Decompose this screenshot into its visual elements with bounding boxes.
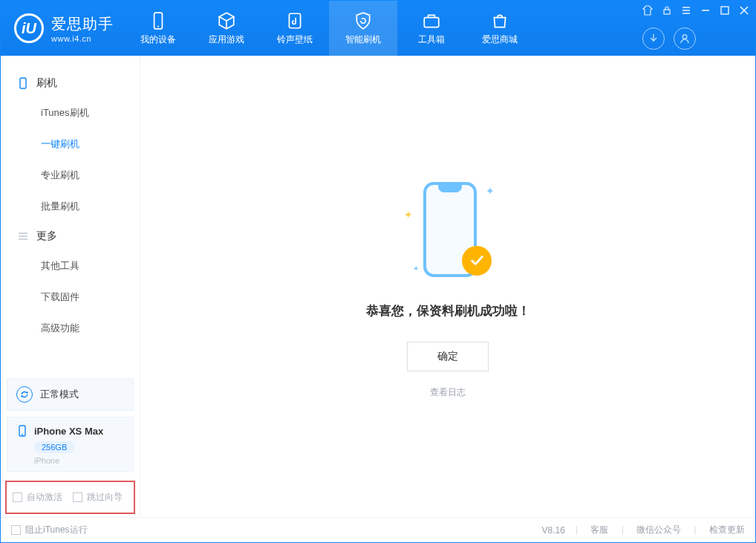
tab-label: 工具箱 — [418, 33, 445, 46]
svg-point-9 — [21, 395, 22, 397]
cube-icon — [217, 11, 236, 30]
ok-button[interactable]: 确定 — [407, 342, 489, 371]
tab-smart-flash[interactable]: 智能刷机 — [329, 1, 397, 56]
body: 刷机 iTunes刷机 一键刷机 专业刷机 批量刷机 更多 其他工具 下载固件 … — [1, 56, 755, 517]
brand-logo: iU 爱思助手 www.i4.cn — [1, 1, 124, 56]
checkbox-icon — [11, 525, 21, 535]
sidebar-heading-more: 更多 — [1, 222, 140, 250]
checkbox-label: 跳过向导 — [87, 491, 123, 504]
svg-rect-7 — [20, 78, 26, 88]
download-button[interactable] — [642, 27, 665, 50]
svg-point-8 — [26, 391, 27, 393]
checkbox-skip-guide[interactable]: 跳过向导 — [73, 491, 123, 504]
close-icon[interactable] — [739, 5, 749, 16]
tab-label: 我的设备 — [140, 33, 176, 46]
minimize-icon[interactable] — [700, 5, 711, 16]
checkbox-label: 自动激活 — [27, 491, 62, 504]
version-label: V8.16 — [542, 525, 565, 536]
logo-text: 爱思助手 www.i4.cn — [51, 14, 114, 43]
view-log-link[interactable]: 查看日志 — [430, 386, 466, 399]
tab-label: 应用游戏 — [209, 33, 244, 46]
sidebar-item-advanced[interactable]: 高级功能 — [1, 313, 140, 344]
main-content: ✦ ✦ ✦ 恭喜您，保资料刷机成功啦！ 确定 查看日志 — [140, 56, 755, 517]
menu-icon[interactable] — [681, 5, 691, 16]
sparkle-icon: ✦ — [413, 264, 419, 273]
svg-point-1 — [157, 25, 159, 27]
app-window: iU 爱思助手 www.i4.cn 我的设备 应用游戏 铃声壁纸 智能刷机 — [0, 0, 756, 543]
phone-icon — [149, 11, 168, 30]
phone-flash-icon — [17, 77, 29, 89]
tab-label: 铃声壁纸 — [277, 33, 313, 46]
sidebar-item-pro-flash[interactable]: 专业刷机 — [1, 160, 140, 191]
sidebar-nav: 刷机 iTunes刷机 一键刷机 专业刷机 批量刷机 更多 其他工具 下载固件 … — [1, 56, 140, 372]
window-controls — [642, 5, 749, 16]
toolbox-icon — [422, 11, 441, 30]
device-name: iPhone XS Max — [34, 426, 103, 437]
sidebar-item-batch-flash[interactable]: 批量刷机 — [1, 191, 140, 222]
device-card[interactable]: iPhone XS Max 256GB iPhone — [7, 417, 134, 472]
sidebar-heading-flash: 刷机 — [1, 69, 140, 97]
titlebar-actions — [642, 27, 749, 50]
options-highlight-box: 自动激活 跳过向导 — [5, 481, 135, 514]
music-file-icon — [285, 11, 304, 30]
device-type: iPhone — [34, 456, 124, 465]
status-mode-card[interactable]: 正常模式 — [7, 378, 134, 411]
tshirt-icon[interactable] — [642, 5, 653, 16]
list-icon — [17, 230, 29, 242]
sidebar-item-other-tools[interactable]: 其他工具 — [1, 250, 140, 282]
device-icon — [16, 425, 28, 437]
checkbox-icon — [13, 492, 22, 502]
brand-name: 爱思助手 — [51, 14, 114, 34]
titlebar: iU 爱思助手 www.i4.cn 我的设备 应用游戏 铃声壁纸 智能刷机 — [1, 1, 755, 56]
sparkle-icon: ✦ — [404, 209, 413, 221]
checkbox-block-itunes[interactable]: 阻止iTunes运行 — [11, 524, 88, 536]
sidebar-item-oneclick-flash[interactable]: 一键刷机 — [1, 129, 140, 160]
main-tabs: 我的设备 应用游戏 铃声壁纸 智能刷机 工具箱 爱思商城 — [124, 1, 534, 56]
logo-mark: iU — [14, 13, 44, 43]
support-link[interactable]: 客服 — [590, 524, 608, 535]
tab-label: 爱思商城 — [482, 33, 518, 46]
svg-rect-3 — [424, 17, 439, 27]
wechat-link[interactable]: 微信公众号 — [636, 524, 681, 535]
sidebar: 刷机 iTunes刷机 一键刷机 专业刷机 批量刷机 更多 其他工具 下载固件 … — [1, 56, 140, 517]
svg-point-6 — [682, 35, 687, 39]
account-button[interactable] — [674, 27, 696, 50]
status-mode-label: 正常模式 — [40, 388, 79, 401]
sidebar-item-itunes-flash[interactable]: iTunes刷机 — [1, 97, 140, 129]
heading-label: 更多 — [36, 230, 57, 243]
shield-sync-icon — [353, 11, 373, 30]
brand-url: www.i4.cn — [51, 34, 114, 43]
svg-rect-4 — [664, 10, 670, 14]
heading-label: 刷机 — [36, 77, 57, 90]
tab-label: 智能刷机 — [345, 33, 381, 46]
success-illustration: ✦ ✦ ✦ — [400, 175, 496, 286]
check-update-link[interactable]: 检查更新 — [709, 524, 745, 535]
tab-apps[interactable]: 应用游戏 — [192, 1, 261, 56]
checkbox-label: 阻止iTunes运行 — [25, 524, 88, 536]
success-message: 恭喜您，保资料刷机成功啦！ — [366, 302, 530, 319]
device-storage: 256GB — [34, 441, 74, 453]
checkbox-auto-activate[interactable]: 自动激活 — [13, 491, 62, 504]
titlebar-right — [642, 1, 755, 56]
lock-icon[interactable] — [662, 5, 672, 16]
checkbox-icon — [73, 492, 82, 502]
footer-links: | 客服 | 微信公众号 | 检查更新 — [565, 524, 745, 536]
tab-store[interactable]: 爱思商城 — [466, 1, 534, 56]
check-badge-icon — [462, 246, 492, 276]
tab-my-device[interactable]: 我的设备 — [124, 1, 192, 56]
maximize-icon[interactable] — [720, 5, 730, 16]
sparkle-icon: ✦ — [486, 185, 495, 197]
tab-toolbox[interactable]: 工具箱 — [397, 1, 466, 56]
svg-rect-5 — [721, 7, 729, 14]
tab-ringtone[interactable]: 铃声壁纸 — [261, 1, 329, 56]
sync-icon — [16, 386, 33, 403]
svg-rect-2 — [289, 13, 300, 28]
svg-point-11 — [22, 434, 23, 435]
status-bar: 阻止iTunes运行 V8.16 | 客服 | 微信公众号 | 检查更新 — [1, 517, 755, 542]
bag-icon — [490, 11, 509, 30]
sidebar-item-download-firmware[interactable]: 下载固件 — [1, 282, 140, 313]
